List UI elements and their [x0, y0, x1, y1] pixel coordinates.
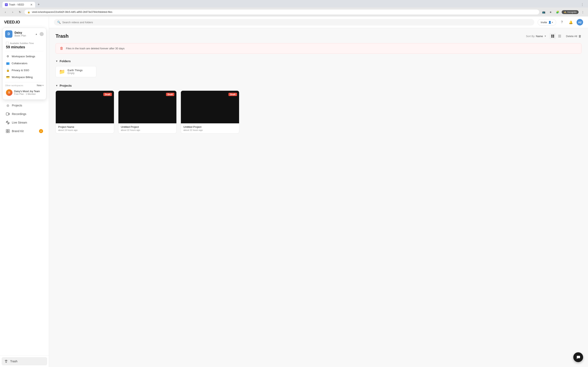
svg-rect-3: [8, 129, 9, 131]
project-name-2: Untitled Project: [183, 125, 237, 128]
browser-options-button[interactable]: ⋮: [580, 9, 586, 15]
projects-icon: ◎: [6, 103, 10, 108]
sidebar-item-trash[interactable]: Trash: [2, 357, 47, 365]
chat-button[interactable]: [573, 352, 583, 362]
delete-all-icon: 🗑: [579, 34, 581, 38]
projects-label: Projects: [12, 104, 43, 107]
grid-view-button[interactable]: [550, 33, 556, 39]
collaborators-menu-item[interactable]: 👥 Collaborators: [5, 60, 44, 67]
notifications-button[interactable]: 🔔: [568, 19, 574, 25]
browser-menu-button[interactable]: ⋮: [579, 2, 586, 7]
search-icon: 🔍: [57, 21, 61, 24]
project-card-2[interactable]: Draft Untitled Project about 22 hours ag…: [181, 91, 239, 133]
svg-rect-9: [553, 36, 554, 38]
sidebar-bottom: Trash: [0, 355, 49, 367]
search-bar[interactable]: 🔍: [54, 19, 534, 25]
browser-nav: ‹ › ↻ 🔒 veed.io/workspaces/22ce6d2f-38c5…: [0, 8, 588, 17]
folders-section-header[interactable]: ▼ Folders: [56, 59, 581, 63]
search-input[interactable]: [62, 21, 531, 24]
invite-button[interactable]: Invite 👤+: [537, 19, 556, 25]
projects-section-title: Projects: [60, 84, 72, 87]
workspace-settings-menu-item[interactable]: ⚙ Workspace Settings: [5, 53, 44, 60]
workspace-dropdown: D Daisy Basic Plan ▲ Available Subtitles…: [2, 28, 46, 100]
project-badge-0: Draft: [103, 93, 112, 96]
sidebar-item-live-stream[interactable]: Live Stream: [2, 118, 47, 127]
project-thumbnail-0: Draft: [56, 91, 114, 123]
workspace-chevron-icon: ▲: [35, 33, 38, 35]
cast-button[interactable]: 📺: [541, 9, 546, 15]
main-content: 🔍 Invite 👤+ ? 🔔 A2 Trash Sort By: [49, 17, 588, 367]
collaborators-icon: 👥: [6, 61, 9, 65]
subtitle-label-icon: [6, 42, 9, 45]
other-workspace-info: Daisy's Mood Joy Team Free Plan · 1 Memb…: [14, 90, 43, 95]
sort-chevron-icon: ▼: [544, 35, 546, 37]
sidebar-nav: ◎ Projects Recordings: [0, 100, 49, 355]
sidebar-item-recordings[interactable]: Recordings: [2, 110, 47, 118]
page-title: Trash: [56, 33, 69, 39]
active-tab[interactable]: V Trash - VEED ✕: [2, 2, 35, 8]
tab-favicon: V: [5, 3, 8, 6]
view-toggle: [550, 33, 563, 39]
page-header: Trash Sort By Name ▼: [56, 33, 581, 39]
project-info-1: Untitled Project about 22 hours ago: [118, 123, 177, 133]
project-thumbnail-2: Draft: [181, 91, 239, 123]
workspace-billing-label: Workspace Billing: [12, 76, 33, 79]
workspace-avatar: D: [5, 30, 12, 38]
bookmark-button[interactable]: ★: [548, 9, 553, 15]
sort-by-control[interactable]: Sort By Name ▼: [526, 35, 546, 38]
workspace-billing-menu-item[interactable]: 💳 Workspace Billing: [5, 74, 44, 81]
user-avatar[interactable]: A2: [577, 19, 583, 25]
project-info-0: Project Name about 19 hours ago: [56, 123, 114, 133]
svg-rect-10: [558, 35, 561, 35]
folder-name: Earth Things: [68, 69, 82, 72]
svg-rect-2: [6, 129, 8, 131]
projects-section: ▼ Projects Draft Project Name about 19 h…: [56, 84, 581, 133]
sidebar-logo: VEED.IO: [0, 17, 49, 28]
folders-section-title: Folders: [60, 59, 71, 63]
nav-actions: 📺 ★ 🧩 🕵 Incognito ⋮: [541, 9, 586, 15]
brand-kit-label: Brand Kit: [12, 129, 37, 133]
projects-grid: Draft Project Name about 19 hours ago Dr…: [56, 91, 239, 133]
brand-kit-badge: +: [39, 129, 43, 133]
svg-rect-5: [8, 131, 9, 133]
project-card-0[interactable]: Draft Project Name about 19 hours ago: [56, 91, 114, 133]
sidebar-item-projects[interactable]: ◎ Projects: [2, 101, 47, 109]
sidebar-item-brand-kit[interactable]: Brand Kit +: [2, 127, 47, 135]
project-time-1: about 22 hours ago: [121, 129, 174, 131]
workspace-settings-label: Workspace Settings: [12, 55, 35, 58]
help-button[interactable]: ?: [559, 19, 565, 25]
workspace-header[interactable]: D Daisy Basic Plan ▲: [5, 30, 44, 38]
collaborators-label: Collaborators: [12, 62, 27, 65]
svg-rect-12: [558, 37, 561, 37]
svg-rect-6: [551, 35, 553, 36]
url-bar[interactable]: 🔒 veed.io/workspaces/22ce6d2f-38c5-4df1-…: [25, 9, 539, 15]
warning-icon: 🗑: [60, 46, 63, 50]
back-button[interactable]: ‹: [2, 9, 8, 15]
folder-icon: 📁: [59, 69, 65, 75]
extension-button[interactable]: 🧩: [555, 9, 561, 15]
brand-kit-icon: [6, 129, 10, 133]
projects-section-header[interactable]: ▼ Projects: [56, 84, 581, 87]
other-workspaces-header: Other workspaces New +: [5, 84, 44, 87]
list-view-button[interactable]: [557, 33, 563, 39]
svg-rect-7: [553, 35, 554, 36]
privacy-sso-menu-item[interactable]: 🔒 Privacy & SSO: [5, 67, 44, 74]
other-workspace-item[interactable]: D Daisy's Mood Joy Team Free Plan · 1 Me…: [5, 88, 44, 97]
forward-button[interactable]: ›: [10, 9, 16, 15]
project-badge-1: Draft: [166, 93, 174, 96]
folder-info: Earth Things Empty: [68, 69, 82, 75]
lock-icon: 🔒: [27, 11, 30, 13]
project-card-1[interactable]: Draft Untitled Project about 22 hours ag…: [118, 91, 177, 133]
reload-button[interactable]: ↻: [17, 9, 23, 15]
new-workspace-button[interactable]: New +: [37, 84, 44, 87]
browser-chrome: V Trash - VEED ✕ + ⋮ ‹ › ↻ 🔒 veed.io/wor…: [0, 0, 588, 17]
warning-text: Files in the trash are deleted forever a…: [66, 47, 125, 50]
new-tab-button[interactable]: +: [36, 2, 42, 8]
other-workspace-meta: Free Plan · 1 Member: [14, 93, 43, 95]
recordings-icon: [6, 112, 10, 116]
tab-close-button[interactable]: ✕: [30, 3, 33, 6]
billing-icon: 💳: [6, 75, 9, 79]
folders-chevron-icon: ▼: [56, 60, 58, 63]
delete-all-button[interactable]: Delete All 🗑: [566, 34, 581, 38]
folder-item[interactable]: 📁 Earth Things Empty: [56, 66, 96, 77]
